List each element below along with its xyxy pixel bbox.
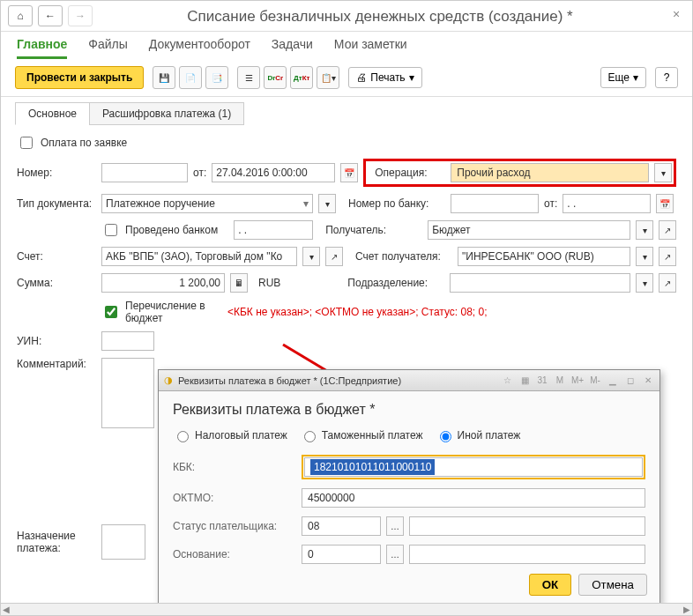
list-icon[interactable]: ☰: [237, 66, 260, 89]
operation-select[interactable]: Прочий расход: [451, 163, 649, 182]
tab-files[interactable]: Файлы: [88, 37, 127, 59]
recipient-label: Получатель:: [325, 224, 422, 236]
radio-tax[interactable]: Налоговый платеж: [173, 428, 287, 442]
favorite-icon[interactable]: ☆: [501, 375, 513, 385]
print-button[interactable]: 🖨 Печать ▾: [348, 67, 421, 88]
bank-posted-date[interactable]: . .: [234, 220, 313, 240]
comment-label: Комментарий:: [17, 358, 96, 370]
save-icon[interactable]: 💾: [153, 66, 175, 89]
dtkt-icon[interactable]: ДтКт: [290, 66, 313, 89]
dialog-ok-button[interactable]: ОК: [529, 574, 572, 596]
budget-warning: <КБК не указан>; <ОКТМО не указан>; Стат…: [227, 306, 487, 318]
pay-on-request-label: Оплата по заявке: [41, 137, 127, 149]
recipient-acc-label: Счет получателя:: [355, 250, 452, 263]
status-label: Статус плательщика:: [173, 520, 296, 532]
close-icon[interactable]: ×: [667, 7, 685, 25]
to-budget-checkbox[interactable]: [105, 306, 117, 318]
home-button[interactable]: ⌂: [8, 5, 33, 26]
doc-icon[interactable]: 📋▾: [317, 66, 339, 89]
tab-tasks[interactable]: Задачи: [272, 37, 313, 59]
post-icon[interactable]: 📄: [179, 66, 202, 89]
status-select-icon[interactable]: …: [386, 516, 404, 536]
calendar-icon[interactable]: 📅: [340, 163, 358, 182]
minimize-icon[interactable]: ▁: [607, 375, 619, 385]
help-button[interactable]: ?: [655, 67, 678, 88]
dialog-titlebar-text: Реквизиты платежа в бюджет * (1С:Предпри…: [178, 375, 401, 386]
dialog-app-icon: ◑: [164, 375, 173, 386]
more-button[interactable]: Еще ▾: [600, 67, 646, 88]
sum-input[interactable]: 1 200,00: [101, 273, 225, 293]
calculator-icon[interactable]: 🖩: [230, 273, 248, 293]
bank-number-label: Номер по банку:: [348, 197, 445, 210]
drcr-icon[interactable]: DrCr: [264, 66, 287, 89]
radio-customs[interactable]: Таможенный платеж: [300, 428, 423, 442]
account-dropdown-icon[interactable]: ▾: [302, 247, 320, 266]
from-label: от:: [193, 167, 206, 179]
division-dropdown-icon[interactable]: ▾: [636, 273, 653, 293]
operation-label: Операция:: [375, 167, 445, 179]
basis-input[interactable]: 0: [302, 545, 381, 564]
radio-other[interactable]: Иной платеж: [436, 428, 521, 442]
calc-icon[interactable]: ▦: [518, 375, 531, 385]
tab-notes[interactable]: Мои заметки: [334, 37, 407, 59]
forward-button: →: [68, 5, 93, 26]
basis-desc-input[interactable]: [409, 545, 645, 564]
recipient-input[interactable]: Бюджет: [428, 220, 630, 240]
operation-dropdown-icon[interactable]: ▾: [654, 163, 672, 182]
oktmo-label: ОКТМО:: [173, 492, 296, 504]
account-open-icon[interactable]: ↗: [325, 247, 343, 266]
kbk-label: КБК:: [173, 461, 296, 473]
sum-label: Сумма:: [17, 277, 96, 289]
m-plus-icon[interactable]: M+: [571, 375, 584, 385]
bank-from-label: от:: [544, 197, 557, 210]
dialog-close-icon[interactable]: ✕: [642, 375, 654, 385]
recipient-open-icon[interactable]: ↗: [659, 220, 676, 240]
number-label: Номер:: [17, 167, 96, 179]
basis-select-icon[interactable]: …: [386, 545, 404, 564]
division-label: Подразделение:: [347, 277, 444, 289]
doctype-label: Тип документа:: [17, 197, 96, 210]
tab-docflow[interactable]: Документооборот: [149, 37, 250, 59]
subtab-main[interactable]: Основное: [15, 102, 90, 125]
bank-posted-checkbox[interactable]: [105, 224, 117, 236]
recipient-acc-input[interactable]: "ИНРЕСБАНК" ООО (RUB): [458, 247, 630, 266]
to-budget-label: Перечисление в бюджет: [125, 300, 222, 324]
uin-label: УИН:: [17, 335, 96, 347]
tab-main[interactable]: Главное: [17, 37, 67, 59]
horizontal-scrollbar[interactable]: ◀▶: [1, 603, 692, 615]
pay-on-request-checkbox[interactable]: [20, 137, 33, 149]
division-input[interactable]: [450, 273, 630, 293]
m-icon[interactable]: M: [554, 375, 566, 385]
doctype-dropdown-icon[interactable]: ▾: [318, 194, 336, 213]
date-input[interactable]: 27.04.2016 0:00:00: [212, 163, 335, 182]
kbk-input[interactable]: 18210101011011000110: [302, 455, 645, 479]
purpose-input[interactable]: [101, 524, 145, 560]
number-input[interactable]: [101, 163, 188, 182]
doctype-select[interactable]: Платежное поручение: [101, 194, 313, 213]
currency-label: RUB: [258, 277, 280, 289]
purpose-label: Назначение платежа:: [17, 530, 96, 554]
account-input[interactable]: АКБ "ВПБ" (ЗАО), Торговый дом "Ко: [101, 247, 297, 266]
bank-date-input[interactable]: . .: [563, 194, 651, 213]
division-open-icon[interactable]: ↗: [659, 273, 676, 293]
m-minus-icon[interactable]: M-: [589, 375, 601, 385]
recipient-acc-dropdown-icon[interactable]: ▾: [636, 247, 653, 266]
window-title: Списание безналичных денежных средств (с…: [98, 4, 662, 27]
bank-calendar-icon[interactable]: 📅: [656, 194, 674, 213]
back-button[interactable]: ←: [38, 5, 63, 26]
oktmo-input[interactable]: 45000000: [302, 488, 645, 508]
dialog-cancel-button[interactable]: Отмена: [578, 574, 647, 596]
status-desc-input[interactable]: [409, 516, 645, 536]
post-and-close-button[interactable]: Провести и закрыть: [15, 66, 144, 89]
new-icon[interactable]: 📑: [205, 66, 228, 89]
maximize-icon[interactable]: ◻: [624, 375, 637, 385]
recipient-acc-open-icon[interactable]: ↗: [659, 247, 676, 266]
uin-input[interactable]: [101, 331, 154, 351]
bank-number-input[interactable]: [451, 194, 539, 213]
comment-input[interactable]: [101, 358, 154, 428]
calendar-mini-icon[interactable]: 31: [536, 375, 548, 385]
status-input[interactable]: 08: [302, 516, 381, 536]
subtab-details[interactable]: Расшифровка платежа (1): [89, 102, 244, 125]
operation-highlight: Операция: Прочий расход ▾: [363, 159, 676, 187]
recipient-select-icon[interactable]: ▾: [636, 220, 653, 240]
